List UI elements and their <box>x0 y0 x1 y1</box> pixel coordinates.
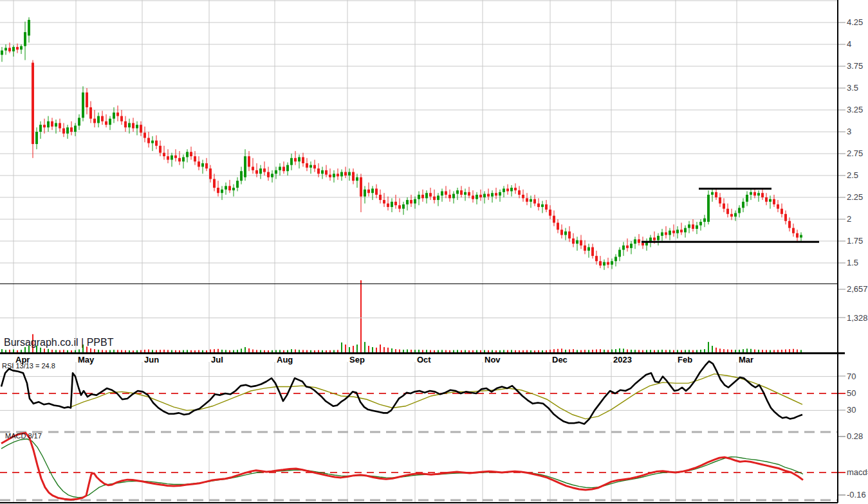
month-label: Oct <box>417 355 431 364</box>
candle-body <box>456 190 459 194</box>
volume-bar <box>245 347 246 352</box>
candle-body <box>622 246 625 250</box>
candle-body <box>634 239 636 244</box>
volume-bar <box>708 342 709 352</box>
candle-body <box>8 48 11 51</box>
candle-body <box>587 248 590 251</box>
candle-body <box>672 231 675 233</box>
axis-tick <box>838 109 845 111</box>
axis-tick-text: 1.5 <box>847 258 858 267</box>
candle-body <box>163 153 165 156</box>
candle-body <box>707 195 710 222</box>
candle-body <box>730 214 733 217</box>
candle-body <box>560 230 563 235</box>
candle-body <box>171 156 173 160</box>
candle-body <box>665 232 667 235</box>
candle-body <box>325 170 328 175</box>
axis-tick <box>838 66 845 67</box>
candle-body <box>286 165 289 172</box>
candle-body <box>120 116 123 122</box>
axis-tick-text: 3.5 <box>847 83 858 93</box>
candle-body <box>410 200 412 203</box>
candle-body <box>59 123 61 128</box>
axis-tick-text: 70 <box>847 372 856 381</box>
candle-body <box>391 202 393 207</box>
candle-body <box>78 118 80 125</box>
axis-tick-text: 2,657 <box>847 284 868 294</box>
candle-body <box>213 179 216 188</box>
candle-body <box>228 186 231 190</box>
volume-tick-label: 2,657 <box>838 284 868 294</box>
candle-body <box>340 172 343 177</box>
candle-body <box>93 119 96 123</box>
candle-body <box>425 193 428 198</box>
candle-body <box>97 116 100 123</box>
volume-bar <box>364 342 365 352</box>
candle-body <box>313 165 316 168</box>
candle-body <box>143 132 146 138</box>
candle-body <box>55 123 57 126</box>
candle-body <box>510 188 513 191</box>
volume-bar <box>376 348 377 352</box>
month-label: Dec <box>552 355 568 364</box>
rsi-line <box>1 361 802 424</box>
macd-upper-label: 0.28 <box>838 431 863 441</box>
candle-body <box>39 125 42 132</box>
candle-body <box>784 214 787 221</box>
volume-bar <box>383 347 385 352</box>
candle-body <box>533 199 536 204</box>
candle-body <box>147 138 150 143</box>
axis-tick-text: 1,328 <box>847 313 868 323</box>
axis-tick <box>838 472 845 473</box>
candle-body <box>294 158 297 161</box>
candle-body <box>317 168 320 174</box>
candle-body <box>367 190 370 193</box>
axis-tick-text: 3 <box>847 127 851 136</box>
rsi-label: RSI 13/13 = 24.8 <box>2 362 55 370</box>
candle-body <box>518 190 521 195</box>
candle-body <box>611 261 613 264</box>
macd-lower-label: -0.16 <box>838 490 866 500</box>
candle-body <box>383 200 385 203</box>
candle-body <box>209 168 212 179</box>
candle-body <box>491 193 494 196</box>
candle-body <box>394 202 397 205</box>
candle-body <box>221 190 223 193</box>
candle-body <box>630 244 633 248</box>
candle-body <box>82 93 84 118</box>
candle-body <box>406 200 409 204</box>
price-tick-label: 1.5 <box>838 258 858 267</box>
candle-body <box>116 113 119 116</box>
candle-body <box>568 231 571 239</box>
volume-bar <box>341 343 342 352</box>
volume-bar <box>372 347 373 352</box>
candle-body <box>742 202 744 208</box>
candle-body <box>437 195 439 200</box>
candle-body <box>433 197 436 200</box>
month-label: Feb <box>678 355 692 364</box>
candle-body <box>441 191 443 195</box>
candle-body <box>356 177 358 181</box>
candle-body <box>5 48 7 50</box>
candle-body <box>553 216 555 223</box>
candle-body <box>684 228 687 233</box>
volume-bar <box>356 345 358 352</box>
candle-body <box>333 174 335 177</box>
candle-body <box>263 168 266 172</box>
axis-tick-text: macd=0 <box>847 467 868 477</box>
candle-body <box>414 199 416 204</box>
price-tick-label: 3.75 <box>838 61 863 71</box>
candle-body <box>780 209 783 214</box>
axis-tick-text: 4 <box>847 39 851 49</box>
rsi-level-label: 30 <box>838 405 856 415</box>
candle-body <box>788 221 791 228</box>
right-axis-border <box>837 0 838 503</box>
candle-body <box>74 125 77 132</box>
candle-body <box>680 230 683 232</box>
macd-zero-label: macd=0 <box>838 467 868 477</box>
candle-body <box>16 47 19 50</box>
candle-body <box>746 195 748 202</box>
candle-body <box>773 199 775 204</box>
candle-body <box>352 172 355 181</box>
candle-body <box>545 204 548 210</box>
